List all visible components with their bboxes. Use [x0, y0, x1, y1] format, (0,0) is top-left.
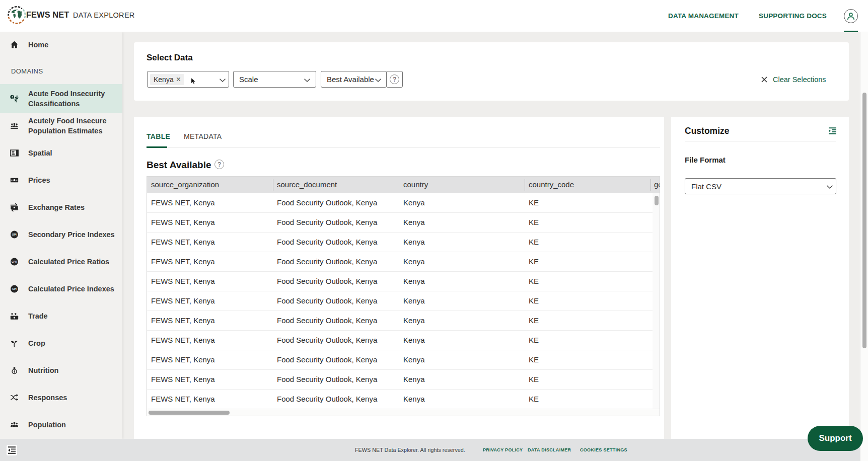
svg-text:CPR: CPR — [12, 260, 17, 263]
svg-text:SPI: SPI — [12, 233, 17, 236]
svg-text:CPI: CPI — [12, 287, 17, 290]
